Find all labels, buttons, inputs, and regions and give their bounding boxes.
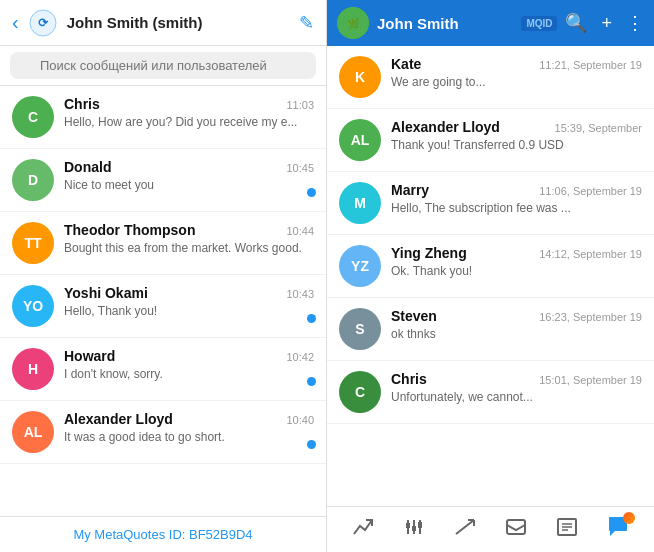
- avatar: H: [12, 348, 54, 390]
- chat-name: Chris: [64, 96, 100, 112]
- right-chat-message: Thank you! Transferred 0.9 USD: [391, 137, 642, 154]
- chat-time: 10:43: [286, 288, 314, 300]
- right-chat-top-row: Kate11:21, September 19: [391, 56, 642, 72]
- avatar: D: [12, 159, 54, 201]
- svg-rect-9: [418, 522, 422, 528]
- chat-top-row: Howard10:42: [64, 348, 314, 364]
- right-header-icons: 🔍 + ⋮: [565, 12, 644, 34]
- avatar: AL: [12, 411, 54, 453]
- right-chat-name: Kate: [391, 56, 421, 72]
- right-more-icon[interactable]: ⋮: [626, 12, 644, 34]
- avatar: S: [339, 308, 381, 350]
- right-add-icon[interactable]: +: [601, 13, 612, 34]
- right-chat-content: Steven16:23, September 19ok thnks: [391, 308, 642, 343]
- avatar: TT: [12, 222, 54, 264]
- avatar: YO: [12, 285, 54, 327]
- left-chat-item[interactable]: CChris11:03Hello, How are you? Did you r…: [0, 86, 326, 149]
- mqid-badge: MQID: [521, 16, 557, 31]
- chat-content: Chris11:03Hello, How are you? Did you re…: [64, 96, 314, 131]
- chat-message: I don't know, sorry.: [64, 366, 314, 383]
- avatar: M: [339, 182, 381, 224]
- left-panel: ‹ ⟳ John Smith (smith) ✎ 🔍 CChris11:03He…: [0, 0, 327, 552]
- search-input[interactable]: [10, 52, 316, 79]
- right-chat-content: Alexander Lloyd15:39, SeptemberThank you…: [391, 119, 642, 154]
- chat-name: Yoshi Okami: [64, 285, 148, 301]
- chat-message: Hello, How are you? Did you receive my e…: [64, 114, 314, 131]
- chat-name: Theodor Thompson: [64, 222, 195, 238]
- chat-content: Howard10:42I don't know, sorry.: [64, 348, 314, 383]
- chat-name: Alexander Lloyd: [64, 411, 173, 427]
- chat-content: Yoshi Okami10:43Hello, Thank you!: [64, 285, 314, 320]
- right-chat-item[interactable]: KKate11:21, September 19We are going to.…: [327, 46, 654, 109]
- right-chat-item[interactable]: SSteven16:23, September 19ok thnks: [327, 298, 654, 361]
- right-chat-name: Alexander Lloyd: [391, 119, 500, 135]
- avatar: AL: [339, 119, 381, 161]
- right-chat-name: Ying Zheng: [391, 245, 467, 261]
- left-chat-item[interactable]: YOYoshi Okami10:43Hello, Thank you!: [0, 275, 326, 338]
- logo-icon: ⟳: [29, 9, 57, 37]
- chat-content: Donald10:45Nice to meet you: [64, 159, 314, 194]
- right-chat-item[interactable]: MMarry11:06, September 19Hello, The subs…: [327, 172, 654, 235]
- news-icon[interactable]: [556, 516, 578, 543]
- chat-notification-badge: [623, 512, 635, 524]
- right-footer: [327, 506, 654, 552]
- mqid-text: My MetaQuotes ID: BF52B9D4: [73, 527, 252, 542]
- right-search-icon[interactable]: 🔍: [565, 12, 587, 34]
- search-bar: 🔍: [0, 46, 326, 86]
- avatar: C: [339, 371, 381, 413]
- unread-dot: [307, 314, 316, 323]
- avatar: C: [12, 96, 54, 138]
- right-header-title: John Smith: [377, 15, 513, 32]
- left-chat-item[interactable]: DDonald10:45Nice to meet you: [0, 149, 326, 212]
- chat-content: Theodor Thompson10:44Bought this ea from…: [64, 222, 314, 257]
- chat-top-row: Chris11:03: [64, 96, 314, 112]
- right-chat-time: 11:21, September 19: [539, 59, 642, 71]
- chat-time: 10:42: [286, 351, 314, 363]
- chat-top-row: Donald10:45: [64, 159, 314, 175]
- right-chat-top-row: Marry11:06, September 19: [391, 182, 642, 198]
- left-chat-item[interactable]: ALAlexander Lloyd10:40It was a good idea…: [0, 401, 326, 464]
- chat-message: Nice to meet you: [64, 177, 314, 194]
- right-chat-item[interactable]: ALAlexander Lloyd15:39, SeptemberThank y…: [327, 109, 654, 172]
- right-chat-item[interactable]: YZYing Zheng14:12, September 19Ok. Thank…: [327, 235, 654, 298]
- right-chat-top-row: Ying Zheng14:12, September 19: [391, 245, 642, 261]
- svg-line-10: [456, 520, 474, 534]
- left-chat-item[interactable]: TTTheodor Thompson10:44Bought this ea fr…: [0, 212, 326, 275]
- chart-icon[interactable]: [352, 516, 374, 543]
- left-chat-list: CChris11:03Hello, How are you? Did you r…: [0, 86, 326, 516]
- right-chat-time: 15:39, September: [555, 122, 642, 134]
- chat-name: Howard: [64, 348, 115, 364]
- search-wrapper: 🔍: [10, 52, 316, 79]
- right-chat-name: Chris: [391, 371, 427, 387]
- candlestick-icon[interactable]: [403, 516, 425, 543]
- right-chat-list: KKate11:21, September 19We are going to.…: [327, 46, 654, 506]
- chat-icon[interactable]: [607, 516, 629, 543]
- svg-rect-7: [412, 526, 416, 531]
- left-footer: My MetaQuotes ID: BF52B9D4: [0, 516, 326, 552]
- right-chat-top-row: Alexander Lloyd15:39, September: [391, 119, 642, 135]
- right-header: 🌿 John Smith MQID 🔍 + ⋮: [327, 0, 654, 46]
- trend-icon[interactable]: [454, 516, 476, 543]
- right-chat-content: Chris15:01, September 19Unfortunately, w…: [391, 371, 642, 406]
- chat-name: Donald: [64, 159, 111, 175]
- right-chat-time: 16:23, September 19: [539, 311, 642, 323]
- left-chat-item[interactable]: HHoward10:42I don't know, sorry.: [0, 338, 326, 401]
- chat-top-row: Alexander Lloyd10:40: [64, 411, 314, 427]
- edit-icon[interactable]: ✎: [299, 12, 314, 34]
- avatar: YZ: [339, 245, 381, 287]
- left-header: ‹ ⟳ John Smith (smith) ✎: [0, 0, 326, 46]
- chat-top-row: Theodor Thompson10:44: [64, 222, 314, 238]
- right-chat-top-row: Chris15:01, September 19: [391, 371, 642, 387]
- inbox-icon[interactable]: [505, 516, 527, 543]
- chat-time: 11:03: [286, 99, 314, 111]
- right-chat-message: Ok. Thank you!: [391, 263, 642, 280]
- avatar: K: [339, 56, 381, 98]
- right-chat-time: 14:12, September 19: [539, 248, 642, 260]
- chat-time: 10:44: [286, 225, 314, 237]
- chat-time: 10:40: [286, 414, 314, 426]
- right-chat-message: Hello, The subscription fee was ...: [391, 200, 642, 217]
- back-button[interactable]: ‹: [12, 11, 19, 34]
- right-chat-name: Marry: [391, 182, 429, 198]
- chat-time: 10:45: [286, 162, 314, 174]
- right-chat-item[interactable]: CChris15:01, September 19Unfortunately, …: [327, 361, 654, 424]
